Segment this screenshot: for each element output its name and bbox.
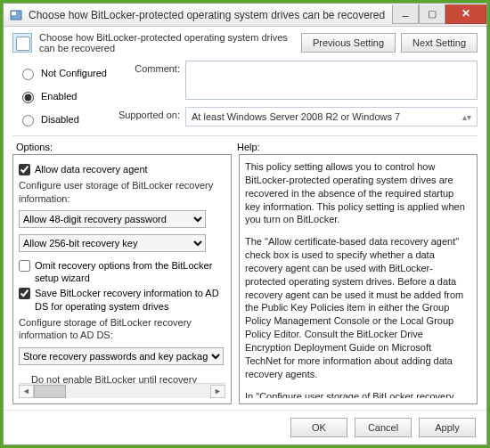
save-adds-checkbox[interactable]: Save BitLocker recovery information to A… — [19, 287, 224, 313]
ok-button[interactable]: OK — [290, 418, 347, 437]
apply-button[interactable]: Apply — [419, 418, 476, 437]
recovery-key-select[interactable]: Allow 256-bit recovery key — [19, 234, 206, 252]
titlebar: Choose how BitLocker-protected operating… — [4, 4, 486, 27]
allow-dra-label: Allow data recovery agent — [35, 163, 148, 175]
help-p1: This policy setting allows you to contro… — [245, 160, 470, 226]
supported-row: Supported on: At least Windows Server 20… — [116, 107, 478, 126]
header-text: Choose how BitLocker-protected operating… — [39, 32, 301, 53]
save-adds-label: Save BitLocker recovery information to A… — [35, 287, 224, 313]
radio-disabled[interactable]: Disabled — [18, 112, 116, 126]
help-scroll[interactable]: This policy setting allows you to contro… — [245, 160, 471, 398]
config-area: Not Configured Enabled Disabled Comment:… — [4, 59, 486, 134]
help-pane: This policy setting allows you to contro… — [239, 154, 478, 404]
radio-enabled-label: Enabled — [41, 91, 77, 102]
previous-setting-button[interactable]: Previous Setting — [301, 33, 396, 53]
svg-rect-1 — [12, 12, 16, 15]
dialog-window: Choose how BitLocker-protected operating… — [3, 3, 487, 445]
radio-not-configured-label: Not Configured — [41, 68, 107, 78]
window-title: Choose how BitLocker-protected operating… — [29, 9, 392, 21]
radio-enabled-input[interactable] — [22, 92, 34, 103]
supported-value: At least Windows Server 2008 R2 or Windo… — [192, 111, 400, 122]
configure-adds-label: Configure storage of BitLocker recovery … — [19, 316, 224, 342]
cancel-button[interactable]: Cancel — [355, 418, 412, 437]
comment-field[interactable] — [185, 61, 478, 100]
scroll-thumb[interactable] — [34, 385, 66, 398]
maximize-button[interactable] — [419, 4, 445, 24]
section-labels: Options: Help: — [4, 138, 486, 154]
policy-icon — [12, 33, 32, 53]
omit-checkbox[interactable]: Omit recovery options from the BitLocker… — [19, 259, 224, 285]
omit-input[interactable] — [19, 260, 30, 272]
options-pane: Allow data recovery agent Configure user… — [12, 154, 232, 404]
panes: Allow data recovery agent Configure user… — [4, 154, 486, 410]
footer: OK Cancel Apply — [4, 410, 486, 444]
radio-disabled-label: Disabled — [41, 114, 79, 125]
radio-not-configured[interactable]: Not Configured — [18, 66, 116, 80]
save-adds-input[interactable] — [19, 288, 30, 299]
close-button[interactable] — [445, 4, 486, 24]
chevron-up-down-icon: ▴▾ — [462, 112, 471, 122]
radio-enabled[interactable]: Enabled — [18, 89, 116, 103]
allow-dra-input[interactable] — [19, 164, 30, 175]
comment-label: Comment: — [116, 61, 180, 74]
nav-buttons: Previous Setting Next Setting — [301, 33, 478, 53]
radio-not-configured-input[interactable] — [22, 69, 34, 80]
supported-label: Supported on: — [116, 107, 180, 120]
omit-label: Omit recovery options from the BitLocker… — [35, 259, 224, 285]
adds-storage-select[interactable]: Store recovery passwords and key package… — [19, 347, 224, 365]
supported-field[interactable]: At least Windows Server 2008 R2 or Windo… — [185, 107, 478, 126]
comment-row: Comment: — [116, 61, 478, 100]
separator — [12, 135, 478, 136]
options-scroll[interactable]: Allow data recovery agent Configure user… — [19, 160, 225, 383]
options-heading: Options: — [16, 142, 237, 152]
help-p3: In "Configure user storage of BitLocker … — [245, 390, 470, 399]
help-heading: Help: — [237, 142, 260, 152]
configure-storage-label: Configure user storage of BitLocker reco… — [19, 179, 224, 205]
scroll-right-icon[interactable]: ► — [210, 385, 225, 398]
help-p2: The "Allow certificate-based data recove… — [245, 235, 470, 380]
config-right: Comment: Supported on: At least Windows … — [116, 61, 478, 126]
minimize-button[interactable] — [392, 4, 419, 24]
allow-dra-checkbox[interactable]: Allow data recovery agent — [19, 163, 224, 175]
radio-disabled-input[interactable] — [22, 115, 34, 126]
scroll-left-icon[interactable]: ◄ — [19, 385, 34, 398]
recovery-password-select[interactable]: Allow 48-digit recovery password — [19, 210, 206, 228]
next-setting-button[interactable]: Next Setting — [401, 33, 478, 53]
window-controls — [392, 4, 486, 24]
state-radios: Not Configured Enabled Disabled — [18, 61, 116, 126]
app-icon — [9, 8, 23, 22]
options-hscrollbar[interactable]: ◄ ► — [19, 383, 225, 398]
truncated-option: Do not enable BitLocker until recovery — [19, 373, 224, 383]
header: Choose how BitLocker-protected operating… — [4, 27, 486, 59]
